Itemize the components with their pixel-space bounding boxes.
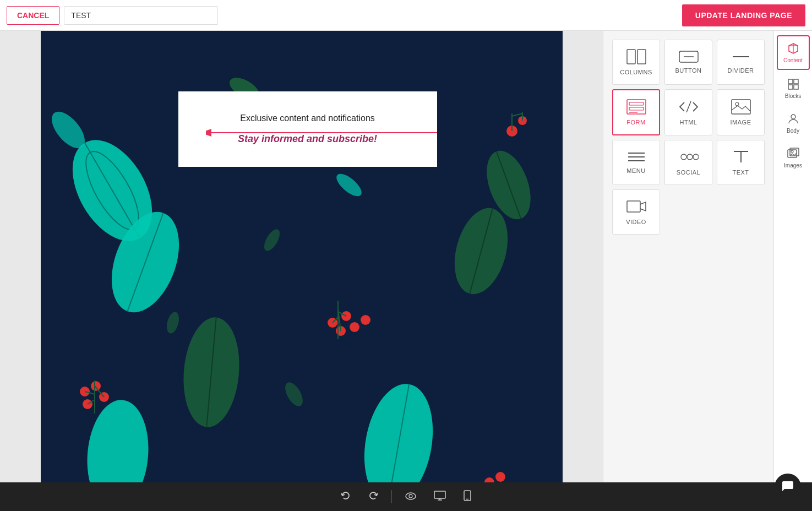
body-sidebar-label: Body [787, 128, 799, 134]
html-icon [679, 99, 699, 115]
panel-item-menu[interactable]: MENU [612, 140, 660, 185]
svg-rect-73 [788, 79, 793, 84]
panel-grid: COLUMNS BUTTON DIVIDER [612, 40, 765, 235]
menu-icon [626, 151, 646, 163]
panel-item-form[interactable]: FORM [612, 89, 660, 135]
content-icon [787, 42, 800, 55]
svg-point-81 [406, 493, 416, 499]
svg-line-26 [333, 317, 338, 323]
svg-point-12 [179, 315, 243, 430]
svg-line-11 [388, 384, 408, 482]
video-label: VIDEO [626, 219, 646, 225]
panel-item-social[interactable]: SOCIAL [664, 140, 712, 185]
svg-point-22 [336, 326, 346, 336]
svg-point-60 [735, 102, 739, 106]
image-label: IMAGE [731, 119, 751, 126]
desktop-button[interactable] [429, 487, 450, 507]
panel-item-button[interactable]: BUTTON [664, 40, 712, 85]
sidebar-item-content[interactable]: Content [777, 35, 810, 70]
svg-point-77 [791, 115, 795, 119]
svg-point-45 [281, 379, 306, 409]
redo-button[interactable] [364, 487, 383, 507]
svg-line-7 [470, 209, 492, 294]
mobile-icon [464, 490, 471, 501]
sidebar-item-body[interactable]: Body [777, 107, 810, 139]
toolbar-separator1 [391, 490, 392, 503]
panel-item-image[interactable]: IMAGE [717, 89, 765, 135]
svg-point-42 [261, 227, 282, 253]
svg-point-29 [80, 387, 90, 396]
panel-item-html[interactable]: HTML [664, 89, 712, 135]
form-icon [626, 99, 646, 115]
columns-icon [626, 49, 646, 64]
text-label: TEXT [732, 169, 749, 176]
page-name-input[interactable] [64, 6, 218, 25]
svg-rect-50 [637, 50, 646, 64]
svg-point-41 [333, 170, 364, 200]
chat-bubble[interactable] [775, 474, 801, 500]
undo-button[interactable] [336, 487, 355, 507]
top-bar: CANCEL UPDATE LANDING PAGE [0, 0, 812, 31]
canvas-container[interactable]: Exclusive content and notifications Stay… [0, 31, 603, 482]
svg-point-30 [91, 381, 101, 391]
bottom-toolbar [0, 482, 812, 511]
sidebar-item-images[interactable]: Images [777, 142, 810, 174]
main-area: Exclusive content and notifications Stay… [0, 31, 812, 482]
svg-point-10 [355, 378, 441, 482]
mobile-button[interactable] [459, 487, 476, 507]
cancel-button[interactable]: CANCEL [7, 6, 59, 25]
panel-item-text[interactable]: TEXT [717, 140, 765, 185]
form-label: FORM [626, 119, 645, 126]
svg-rect-49 [627, 50, 635, 64]
svg-point-16 [518, 116, 527, 125]
panel-item-divider[interactable]: DIVIDER [717, 40, 765, 85]
panel-item-columns[interactable]: COLUMNS [612, 40, 660, 85]
canvas-inner: Exclusive content and notifications Stay… [41, 31, 563, 482]
divider-icon [731, 51, 751, 63]
social-label: SOCIAL [677, 169, 700, 176]
svg-point-44 [165, 311, 181, 335]
svg-line-36 [95, 386, 104, 397]
svg-point-5 [45, 106, 90, 154]
svg-line-2 [85, 143, 140, 238]
svg-line-13 [206, 317, 216, 427]
content-box: Exclusive content and notifications Stay… [178, 91, 437, 167]
desktop-icon [434, 491, 446, 501]
preview-button[interactable] [401, 488, 421, 506]
sidebar: Content Blocks Body [773, 31, 812, 482]
svg-point-0 [56, 126, 168, 254]
top-bar-left: CANCEL [7, 6, 218, 25]
update-button[interactable]: UPDATE LANDING PAGE [682, 4, 805, 26]
svg-line-27 [338, 312, 346, 316]
svg-point-8 [478, 145, 538, 225]
panel-item-video[interactable]: VIDEO [612, 189, 660, 235]
images-icon [787, 147, 800, 160]
undo-icon [341, 491, 351, 501]
svg-point-6 [445, 202, 516, 300]
svg-point-23 [350, 322, 359, 332]
svg-point-3 [99, 203, 191, 322]
svg-point-39 [495, 472, 505, 482]
panel-content: COLUMNS BUTTON DIVIDER [603, 31, 773, 482]
svg-rect-69 [627, 201, 640, 212]
svg-point-64 [681, 154, 686, 160]
svg-point-80 [791, 150, 793, 153]
content-text1: Exclusive content and notifications [195, 113, 421, 123]
content-text2: Stay informed and subscribe! [195, 133, 421, 145]
svg-point-31 [99, 392, 109, 402]
image-icon [731, 99, 751, 115]
html-label: HTML [680, 119, 697, 126]
button-label: BUTTON [675, 67, 701, 74]
preview-icon [405, 492, 416, 500]
svg-rect-56 [629, 107, 644, 110]
svg-point-20 [328, 318, 337, 328]
svg-rect-55 [629, 102, 644, 105]
sidebar-item-blocks[interactable]: Blocks [777, 72, 810, 105]
menu-label: MENU [626, 167, 645, 174]
svg-point-1 [76, 144, 149, 237]
svg-point-24 [361, 315, 370, 325]
svg-line-19 [512, 113, 522, 116]
svg-rect-54 [627, 100, 646, 114]
canvas-area: Exclusive content and notifications Stay… [0, 31, 603, 482]
social-icon [679, 149, 699, 165]
